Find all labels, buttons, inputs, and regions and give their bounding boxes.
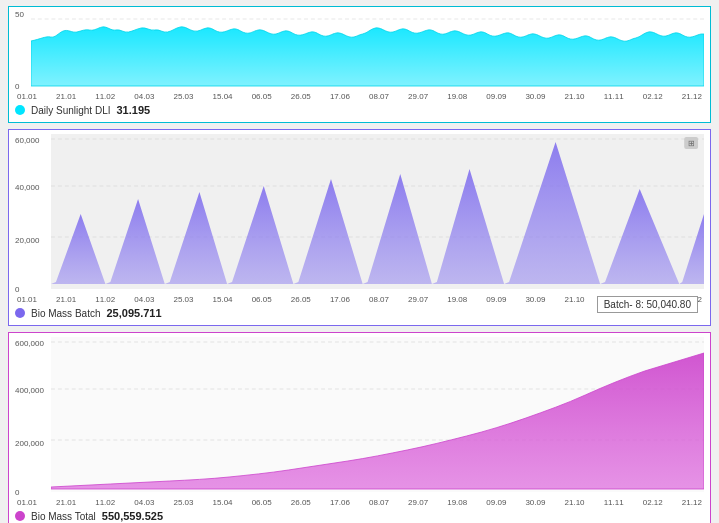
chart1-y-min: 0 bbox=[15, 82, 19, 91]
chart2-panel: 60,000 40,000 20,000 0 bbox=[8, 129, 711, 326]
chart3-legend: Bio Mass Total 550,559.525 bbox=[15, 510, 704, 522]
chart1-y-max: 50 bbox=[15, 11, 24, 19]
chart3-y-max: 600,000 bbox=[15, 339, 44, 348]
chart3-legend-dot bbox=[15, 511, 25, 521]
chart3-legend-value: 550,559.525 bbox=[102, 510, 163, 522]
chart3-svg bbox=[51, 337, 704, 492]
chart2-y-max: 60,000 bbox=[15, 136, 39, 145]
chart2-legend-dot bbox=[15, 308, 25, 318]
chart2-legend-label: Bio Mass Batch bbox=[31, 308, 100, 319]
chart1-legend-label: Daily Sunlight DLI bbox=[31, 105, 110, 116]
chart2-y-low: 20,000 bbox=[15, 235, 39, 244]
chart1-area: 50 0 bbox=[15, 11, 704, 91]
chart1-svg bbox=[31, 11, 704, 91]
svg-text:⊞: ⊞ bbox=[688, 139, 695, 148]
chart2-y-min: 0 bbox=[15, 285, 19, 294]
chart3-panel: 600,000 400,000 200,000 0 01.0121.0111.0… bbox=[8, 332, 711, 523]
chart2-svg: ⊞ bbox=[51, 134, 704, 289]
chart3-area: 600,000 400,000 200,000 0 bbox=[15, 337, 704, 497]
chart3-y-min: 0 bbox=[15, 488, 19, 497]
chart3-x-axis: 01.0121.0111.0204.0325.0315.0406.0526.05… bbox=[15, 498, 704, 507]
chart3-y-mid: 400,000 bbox=[15, 385, 44, 394]
chart1-legend-dot bbox=[15, 105, 25, 115]
chart2-legend-value: 25,095.711 bbox=[106, 307, 161, 319]
chart1-legend-value: 31.195 bbox=[116, 104, 150, 116]
chart2-legend: Bio Mass Batch 25,095.711 Batch- 8: 50,0… bbox=[15, 307, 704, 319]
chart1-x-axis: 01.0121.0111.0204.0325.0315.0406.0526.05… bbox=[15, 92, 704, 101]
chart3-y-low: 200,000 bbox=[15, 438, 44, 447]
chart1-legend: Daily Sunlight DLI 31.195 bbox=[15, 104, 704, 116]
chart2-y-mid: 40,000 bbox=[15, 182, 39, 191]
chart3-legend-label: Bio Mass Total bbox=[31, 511, 96, 522]
chart2-area: 60,000 40,000 20,000 0 bbox=[15, 134, 704, 294]
chart1-panel: 50 0 01.0121.0111.0204.0325.0315.0406.05… bbox=[8, 6, 711, 123]
batch-badge: Batch- 8: 50,040.80 bbox=[597, 296, 698, 313]
